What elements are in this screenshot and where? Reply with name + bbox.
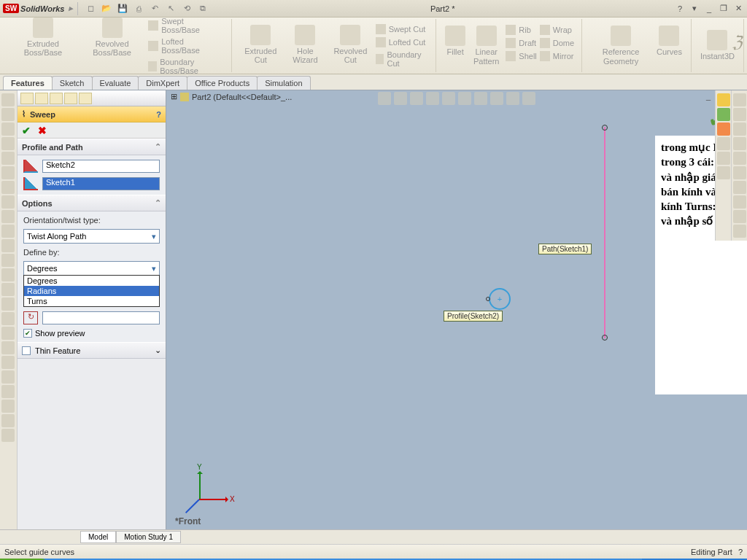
swept-boss-button[interactable]: Swept Boss/Base [147, 16, 225, 35]
tab-features[interactable]: Features [3, 76, 53, 90]
instant3d-button[interactable]: Instant3D [697, 28, 738, 62]
tool-icon[interactable] [733, 225, 746, 238]
tool-icon[interactable] [733, 137, 746, 150]
tool-icon[interactable] [733, 108, 746, 121]
fillet-button[interactable]: Fillet [442, 24, 468, 66]
tool-icon[interactable] [1, 429, 15, 442]
tool-icon[interactable] [1, 181, 15, 194]
menu-dropdown-icon[interactable]: ▾ [689, 3, 700, 15]
tool-icon[interactable] [733, 152, 746, 165]
tool-icon[interactable] [1, 225, 15, 238]
tab-motion-study[interactable]: Motion Study 1 [116, 531, 181, 543]
dome-button[interactable]: Dome [538, 37, 576, 49]
section-profile-path[interactable]: Profile and Path⌃ [18, 139, 166, 155]
lofted-cut-button[interactable]: Lofted Cut [374, 36, 430, 48]
profile-field[interactable]: Sketch2 [42, 160, 160, 173]
tool-icon[interactable] [1, 283, 15, 296]
tool-icon[interactable] [1, 137, 15, 150]
options-icon[interactable]: ⧉ [196, 2, 209, 15]
tab-evaluate[interactable]: Evaluate [92, 76, 139, 90]
swept-cut-button[interactable]: Swept Cut [374, 23, 430, 35]
section-thin-feature[interactable]: Thin Feature⌄ [18, 342, 166, 359]
ref-geometry-button[interactable]: Reference Geometry [588, 24, 654, 66]
tool-icon[interactable] [1, 385, 15, 398]
revolved-cut-button[interactable]: Revolved Cut [327, 23, 374, 69]
plus-icon[interactable]: ⊞ [171, 92, 177, 101]
tool-icon[interactable] [1, 414, 15, 427]
tool-icon[interactable] [1, 108, 15, 121]
tool-icon[interactable] [717, 137, 730, 150]
combo-option-turns[interactable]: Turns [24, 296, 159, 306]
tool-icon[interactable] [1, 312, 15, 325]
boundary-boss-button[interactable]: Boundary Boss/Base [147, 57, 225, 76]
tab-office-products[interactable]: Office Products [187, 76, 258, 90]
curves-button[interactable]: Curves [654, 24, 685, 66]
flyout-tree[interactable]: ⊞Part2 (Default<<Default>_... [171, 92, 292, 101]
tool-icon[interactable] [733, 122, 746, 136]
graphics-viewport[interactable]: ⊞Part2 (Default<<Default>_... _❐✕ ✔✖ Pat… [166, 90, 747, 529]
cancel-button[interactable]: ✖ [38, 125, 47, 136]
tool-icon[interactable] [1, 341, 15, 354]
tool-icon[interactable] [1, 356, 15, 369]
hole-wizard-button[interactable]: Hole Wizard [284, 23, 327, 69]
mirror-button[interactable]: Mirror [538, 50, 576, 62]
scene-icon[interactable] [490, 92, 503, 105]
shell-button[interactable]: Shell [504, 50, 538, 62]
display-style-icon[interactable] [458, 92, 471, 105]
zoom-fit-icon[interactable] [378, 92, 391, 105]
section-options[interactable]: Options⌃ [18, 195, 166, 211]
linear-pattern-button[interactable]: Linear Pattern [468, 24, 504, 66]
tool-icon[interactable] [1, 166, 15, 179]
feature-tree-tabs[interactable] [18, 90, 166, 106]
apply-scene-icon[interactable] [506, 92, 519, 105]
boundary-cut-button[interactable]: Boundary Cut [374, 50, 430, 69]
tool-icon[interactable] [717, 152, 730, 165]
combo-option-degrees[interactable]: Degrees [24, 276, 159, 286]
tool-icon[interactable] [1, 254, 15, 267]
help-icon[interactable]: ? [156, 110, 161, 119]
tool-icon[interactable] [1, 370, 15, 384]
revolved-boss-button[interactable]: Revolved Boss/Base [77, 16, 147, 76]
extruded-cut-button[interactable]: Extruded Cut [238, 23, 284, 69]
angle-field[interactable] [42, 311, 160, 324]
profile-sketch-circle[interactable] [489, 288, 511, 310]
rib-button[interactable]: Rib [504, 24, 538, 36]
new-icon[interactable]: ◻ [84, 2, 97, 15]
status-help-icon[interactable]: ? [738, 548, 743, 556]
tool-icon[interactable] [733, 181, 746, 194]
tool-icon[interactable] [733, 210, 746, 223]
tool-icon[interactable] [717, 108, 730, 121]
tool-icon[interactable] [733, 93, 746, 106]
tool-icon[interactable] [1, 122, 15, 136]
tool-icon[interactable] [1, 400, 15, 413]
tool-icon[interactable] [1, 195, 15, 209]
path-sketch-line[interactable] [604, 127, 605, 338]
tool-icon[interactable] [1, 93, 15, 106]
orientation-combo[interactable]: Twist Along Path▾ [23, 229, 160, 244]
tab-simulation[interactable]: Simulation [257, 76, 310, 90]
ok-button[interactable]: ✔ [22, 125, 31, 136]
minimize-button[interactable]: _ [703, 3, 715, 15]
direction-icon[interactable]: ↻ [23, 311, 38, 324]
tool-icon[interactable] [1, 210, 15, 223]
tool-icon[interactable] [1, 327, 15, 340]
tool-icon[interactable] [733, 195, 746, 209]
open-icon[interactable]: 📂 [100, 2, 113, 15]
chevron-right-icon[interactable]: ▸ [69, 4, 73, 13]
wrap-button[interactable]: Wrap [538, 24, 576, 36]
close-button[interactable]: ✕ [732, 3, 744, 15]
tab-model[interactable]: Model [80, 531, 116, 543]
tool-icon[interactable] [717, 122, 730, 136]
extruded-boss-button[interactable]: Extruded Boss/Base [9, 16, 77, 76]
path-field[interactable]: Sketch1 [42, 177, 160, 190]
tool-icon[interactable] [1, 298, 15, 311]
view-settings-icon[interactable] [522, 92, 535, 105]
hide-show-icon[interactable] [474, 92, 487, 105]
tool-icon[interactable] [1, 152, 15, 165]
show-preview-checkbox[interactable]: ✔Show preview [23, 329, 160, 338]
tool-icon[interactable] [1, 239, 15, 252]
zoom-area-icon[interactable] [394, 92, 407, 105]
restore-button[interactable]: ❐ [718, 3, 729, 15]
select-icon[interactable]: ↖ [164, 2, 177, 15]
rebuild-icon[interactable]: ⟲ [180, 2, 193, 15]
